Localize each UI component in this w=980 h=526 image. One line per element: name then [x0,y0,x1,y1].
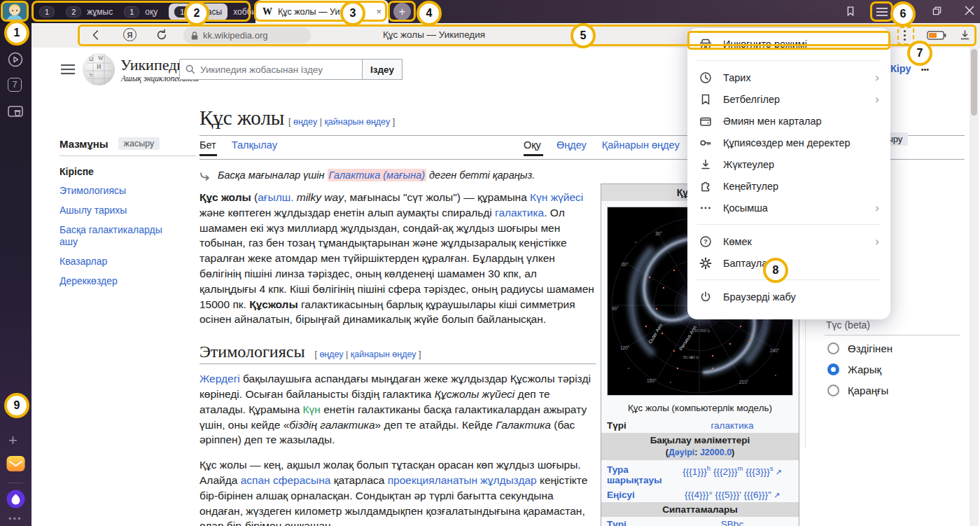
tab-edit[interactable]: Өңдеу [556,139,587,151]
key-icon [699,136,713,150]
svg-text:120°: 120° [620,345,630,350]
menu-hamburger-icon[interactable] [876,6,888,18]
menu-item-incognito[interactable]: Инкогнито режимі [687,33,890,55]
menu-item-wallet[interactable]: Әмиян мен карталар [687,110,890,132]
page-scrollbar[interactable] [969,23,979,526]
tab-page-underline [200,154,217,156]
menu-item-close-browser[interactable]: Браузерді жабу [687,286,890,307]
partial-value[interactable]: SBbc [671,519,793,526]
infobox-dec-row: Еңісуі {{{4}}}° {{{5}}}' {{{6}}}" ↗ [601,487,799,502]
radio-unchecked-icon[interactable] [827,385,839,396]
svg-text:50,000 ly: 50,000 ly [683,355,699,359]
toc-item-quasars[interactable]: Квазарлар [59,256,196,268]
window-close-icon[interactable] [964,5,975,16]
toc-item-etymology[interactable]: Этимологиясы [59,185,196,197]
dec-label[interactable]: Еңісуі [607,490,671,500]
section-edit-links[interactable]: [ өңдеу | қайнарын өңдеу ] [314,349,421,359]
title-edit-links[interactable]: [ өңдеу | қайнарын өңдеу ] [288,117,395,127]
tab-talk[interactable]: Талқылау [232,139,277,151]
search-button[interactable]: Іздеу [362,59,402,80]
menu-item-passwords[interactable]: Құпиясөздер мен деректер [687,132,890,153]
svg-text:90°: 90° [612,306,619,311]
menu-item-history[interactable]: Тарих › [687,67,890,88]
menu-item-label: Жүктеулер [723,159,774,170]
active-tab[interactable]: W Құс жолы — Уик × [255,0,388,23]
login-link[interactable]: Кіру [890,63,911,74]
dec-value[interactable]: {{{4}}}° {{{5}}}' {{{6}}}" ↗ [671,490,793,500]
submenu-chevron-icon: › [875,202,879,214]
menu-item-extensions[interactable]: Кеңейтулер [687,175,890,197]
wikipedia-globe-logo[interactable]: Ω И W ל [81,52,116,87]
tab-group-3-count[interactable]: 1 [124,6,139,18]
help-icon: ? [699,235,713,249]
menu-item-more[interactable]: Қосымша › [687,197,890,219]
alice-assistant-icon[interactable] [6,490,25,508]
tab-read[interactable]: Оқу [524,139,541,151]
hatnote: Басқа мағыналар үшін Галактика (мағына) … [200,169,596,181]
color-option-dark[interactable]: Қараңғы [827,385,888,396]
type-value[interactable]: галактика [671,420,793,431]
kebab-menu-icon[interactable] [903,29,906,41]
color-divider [825,335,960,335]
yandex-mail-icon[interactable] [6,455,25,472]
toc-item-other-galaxies[interactable]: Басқа галактикаларды ашу [59,224,178,248]
callout-8: 8 [763,258,788,283]
toc-item-intro[interactable]: Кіріспе [59,166,196,177]
radio-unchecked-icon[interactable] [827,342,839,354]
tab-page[interactable]: Бет [200,139,216,151]
sidebar-more-icon[interactable]: ••• [8,513,22,524]
ra-label[interactable]: Тура шарықтауы [607,464,671,485]
tab-group-5-label[interactable]: хобби [233,7,256,17]
color-option-light[interactable]: Жарық [827,364,881,375]
infobox-caption: Құс жолы (компьютерлік модель) [601,401,799,418]
tab-edit-source[interactable]: Қайнарын өңдеу [602,139,680,151]
scrollbar-thumb[interactable] [971,49,977,116]
search-icon [186,64,195,74]
callout-9: 9 [4,393,29,418]
search-placeholder: Уикипедия жобасынан іздеу [200,64,323,75]
article-title: Құс жолы [200,106,284,130]
redirect-arrow-icon [200,172,212,181]
new-tab-button[interactable]: + [393,3,411,20]
battery-icon[interactable] [927,31,946,40]
video-play-icon[interactable] [7,51,24,68]
menu-item-settings[interactable]: Баптаулар [687,252,890,274]
toc-item-discovery[interactable]: Ашылу тарихы [59,205,196,216]
menu-item-downloads[interactable]: Жүктеулер [687,153,890,175]
screenshot-icon[interactable] [7,104,24,120]
window-restore-icon[interactable] [931,5,943,17]
side-panel-bookmark-icon[interactable] [844,5,857,18]
profile-avatar[interactable] [3,2,27,20]
submenu-chevron-icon: › [875,71,879,83]
tab-group-1-count[interactable]: 1 [39,6,55,18]
color-option-auto[interactable]: Өздігінен [827,342,892,354]
hatnote-text: Басқа мағыналар үшін Галактика (мағына) … [218,169,535,181]
sidebar-divider [8,483,23,483]
gear-icon [699,256,713,270]
tab-group-2-count[interactable]: 2 [66,6,81,18]
svg-text:W: W [98,55,104,62]
tab-group-2-label[interactable]: жұмыс [87,7,113,17]
incognito-icon [699,37,713,51]
menu-item-help[interactable]: ? Көмек › [687,230,890,252]
menu-item-label: Браузерді жабу [723,291,796,303]
tab-group-3-label[interactable]: оқу [145,7,158,17]
partial-label[interactable]: Түрі [607,519,671,526]
avatar-girl-icon [3,2,27,20]
tab-close-icon[interactable]: × [376,6,382,17]
user-nav-more-icon[interactable]: ••• [921,65,930,74]
wiki-menu-hamburger-icon[interactable] [60,64,76,75]
sidebar-add-icon[interactable]: + [8,431,18,450]
radio-checked-icon[interactable] [827,364,839,375]
characteristics-header: Сипаттамалары [601,502,799,517]
tab-counter-badge[interactable]: 7 [8,78,22,92]
wiki-search-input[interactable]: Уикипедия жобасынан іздеу [179,59,363,80]
table-of-contents: Мазмұны жасыру Кіріспе Этимологиясы Ашыл… [59,137,196,295]
menu-item-bookmarks[interactable]: Бетбелгілер › [687,88,890,110]
toc-hide-button[interactable]: жасыру [118,137,160,150]
menu-divider [697,60,881,61]
ra-value[interactable]: {{{1}}}h {{{2}}}m {{{3}}}s ↗ [671,464,793,477]
toc-item-sources[interactable]: Дереккөздер [59,275,196,287]
color-option-label: Қараңғы [848,385,888,396]
browser-menu: Инкогнито режимі Тарих › Бетбелгілер › Ә… [687,28,890,319]
